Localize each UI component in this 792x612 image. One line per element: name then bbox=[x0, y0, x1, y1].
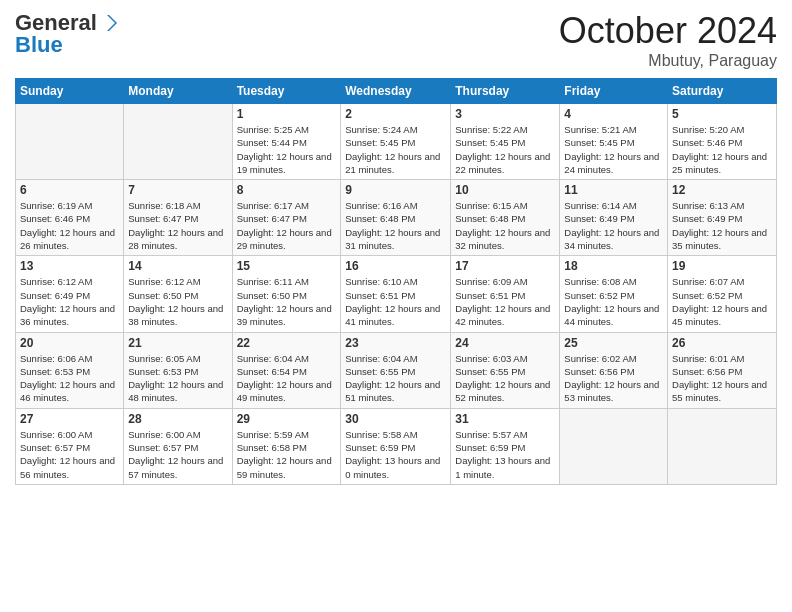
day-number-31: 31 bbox=[455, 412, 555, 426]
cell-w1-d2: 8Sunrise: 6:17 AM Sunset: 6:47 PM Daylig… bbox=[232, 180, 341, 256]
day-info-20: Sunrise: 6:06 AM Sunset: 6:53 PM Dayligh… bbox=[20, 352, 119, 405]
day-number-17: 17 bbox=[455, 259, 555, 273]
cell-w4-d5 bbox=[560, 408, 668, 484]
header-monday: Monday bbox=[124, 79, 232, 104]
weekday-header-row: Sunday Monday Tuesday Wednesday Thursday… bbox=[16, 79, 777, 104]
day-info-22: Sunrise: 6:04 AM Sunset: 6:54 PM Dayligh… bbox=[237, 352, 337, 405]
day-number-14: 14 bbox=[128, 259, 227, 273]
cell-w3-d6: 26Sunrise: 6:01 AM Sunset: 6:56 PM Dayli… bbox=[668, 332, 777, 408]
cell-w0-d2: 1Sunrise: 5:25 AM Sunset: 5:44 PM Daylig… bbox=[232, 104, 341, 180]
day-info-4: Sunrise: 5:21 AM Sunset: 5:45 PM Dayligh… bbox=[564, 123, 663, 176]
cell-w3-d1: 21Sunrise: 6:05 AM Sunset: 6:53 PM Dayli… bbox=[124, 332, 232, 408]
cell-w0-d4: 3Sunrise: 5:22 AM Sunset: 5:45 PM Daylig… bbox=[451, 104, 560, 180]
day-number-16: 16 bbox=[345, 259, 446, 273]
cell-w3-d5: 25Sunrise: 6:02 AM Sunset: 6:56 PM Dayli… bbox=[560, 332, 668, 408]
week-row-0: 1Sunrise: 5:25 AM Sunset: 5:44 PM Daylig… bbox=[16, 104, 777, 180]
day-info-13: Sunrise: 6:12 AM Sunset: 6:49 PM Dayligh… bbox=[20, 275, 119, 328]
day-number-27: 27 bbox=[20, 412, 119, 426]
cell-w1-d3: 9Sunrise: 6:16 AM Sunset: 6:48 PM Daylig… bbox=[341, 180, 451, 256]
day-info-29: Sunrise: 5:59 AM Sunset: 6:58 PM Dayligh… bbox=[237, 428, 337, 481]
day-number-15: 15 bbox=[237, 259, 337, 273]
day-info-8: Sunrise: 6:17 AM Sunset: 6:47 PM Dayligh… bbox=[237, 199, 337, 252]
title-block: October 2024 Mbutuy, Paraguay bbox=[559, 10, 777, 70]
cell-w4-d1: 28Sunrise: 6:00 AM Sunset: 6:57 PM Dayli… bbox=[124, 408, 232, 484]
day-number-12: 12 bbox=[672, 183, 772, 197]
day-number-13: 13 bbox=[20, 259, 119, 273]
day-info-17: Sunrise: 6:09 AM Sunset: 6:51 PM Dayligh… bbox=[455, 275, 555, 328]
header-wednesday: Wednesday bbox=[341, 79, 451, 104]
day-info-1: Sunrise: 5:25 AM Sunset: 5:44 PM Dayligh… bbox=[237, 123, 337, 176]
day-number-20: 20 bbox=[20, 336, 119, 350]
day-number-3: 3 bbox=[455, 107, 555, 121]
cell-w2-d2: 15Sunrise: 6:11 AM Sunset: 6:50 PM Dayli… bbox=[232, 256, 341, 332]
day-info-31: Sunrise: 5:57 AM Sunset: 6:59 PM Dayligh… bbox=[455, 428, 555, 481]
day-info-27: Sunrise: 6:00 AM Sunset: 6:57 PM Dayligh… bbox=[20, 428, 119, 481]
day-info-19: Sunrise: 6:07 AM Sunset: 6:52 PM Dayligh… bbox=[672, 275, 772, 328]
day-number-26: 26 bbox=[672, 336, 772, 350]
cell-w2-d1: 14Sunrise: 6:12 AM Sunset: 6:50 PM Dayli… bbox=[124, 256, 232, 332]
cell-w0-d3: 2Sunrise: 5:24 AM Sunset: 5:45 PM Daylig… bbox=[341, 104, 451, 180]
logo-blue-text: Blue bbox=[15, 32, 63, 58]
cell-w0-d6: 5Sunrise: 5:20 AM Sunset: 5:46 PM Daylig… bbox=[668, 104, 777, 180]
day-info-5: Sunrise: 5:20 AM Sunset: 5:46 PM Dayligh… bbox=[672, 123, 772, 176]
cell-w2-d5: 18Sunrise: 6:08 AM Sunset: 6:52 PM Dayli… bbox=[560, 256, 668, 332]
day-number-29: 29 bbox=[237, 412, 337, 426]
day-number-9: 9 bbox=[345, 183, 446, 197]
day-info-25: Sunrise: 6:02 AM Sunset: 6:56 PM Dayligh… bbox=[564, 352, 663, 405]
cell-w3-d3: 23Sunrise: 6:04 AM Sunset: 6:55 PM Dayli… bbox=[341, 332, 451, 408]
day-number-10: 10 bbox=[455, 183, 555, 197]
day-number-28: 28 bbox=[128, 412, 227, 426]
calendar-table: Sunday Monday Tuesday Wednesday Thursday… bbox=[15, 78, 777, 485]
week-row-2: 13Sunrise: 6:12 AM Sunset: 6:49 PM Dayli… bbox=[16, 256, 777, 332]
header-tuesday: Tuesday bbox=[232, 79, 341, 104]
day-info-2: Sunrise: 5:24 AM Sunset: 5:45 PM Dayligh… bbox=[345, 123, 446, 176]
day-info-3: Sunrise: 5:22 AM Sunset: 5:45 PM Dayligh… bbox=[455, 123, 555, 176]
calendar-body: 1Sunrise: 5:25 AM Sunset: 5:44 PM Daylig… bbox=[16, 104, 777, 485]
day-number-1: 1 bbox=[237, 107, 337, 121]
day-number-7: 7 bbox=[128, 183, 227, 197]
cell-w0-d5: 4Sunrise: 5:21 AM Sunset: 5:45 PM Daylig… bbox=[560, 104, 668, 180]
cell-w1-d5: 11Sunrise: 6:14 AM Sunset: 6:49 PM Dayli… bbox=[560, 180, 668, 256]
cell-w0-d1 bbox=[124, 104, 232, 180]
cell-w1-d6: 12Sunrise: 6:13 AM Sunset: 6:49 PM Dayli… bbox=[668, 180, 777, 256]
day-number-24: 24 bbox=[455, 336, 555, 350]
header: General Blue October 2024 Mbutuy, Paragu… bbox=[15, 10, 777, 70]
cell-w2-d3: 16Sunrise: 6:10 AM Sunset: 6:51 PM Dayli… bbox=[341, 256, 451, 332]
day-number-2: 2 bbox=[345, 107, 446, 121]
day-info-15: Sunrise: 6:11 AM Sunset: 6:50 PM Dayligh… bbox=[237, 275, 337, 328]
cell-w1-d0: 6Sunrise: 6:19 AM Sunset: 6:46 PM Daylig… bbox=[16, 180, 124, 256]
week-row-1: 6Sunrise: 6:19 AM Sunset: 6:46 PM Daylig… bbox=[16, 180, 777, 256]
day-number-18: 18 bbox=[564, 259, 663, 273]
day-info-26: Sunrise: 6:01 AM Sunset: 6:56 PM Dayligh… bbox=[672, 352, 772, 405]
day-info-16: Sunrise: 6:10 AM Sunset: 6:51 PM Dayligh… bbox=[345, 275, 446, 328]
day-number-19: 19 bbox=[672, 259, 772, 273]
day-info-21: Sunrise: 6:05 AM Sunset: 6:53 PM Dayligh… bbox=[128, 352, 227, 405]
day-number-22: 22 bbox=[237, 336, 337, 350]
day-info-30: Sunrise: 5:58 AM Sunset: 6:59 PM Dayligh… bbox=[345, 428, 446, 481]
cell-w0-d0 bbox=[16, 104, 124, 180]
cell-w2-d4: 17Sunrise: 6:09 AM Sunset: 6:51 PM Dayli… bbox=[451, 256, 560, 332]
header-friday: Friday bbox=[560, 79, 668, 104]
day-number-21: 21 bbox=[128, 336, 227, 350]
week-row-3: 20Sunrise: 6:06 AM Sunset: 6:53 PM Dayli… bbox=[16, 332, 777, 408]
header-saturday: Saturday bbox=[668, 79, 777, 104]
day-info-12: Sunrise: 6:13 AM Sunset: 6:49 PM Dayligh… bbox=[672, 199, 772, 252]
logo: General Blue bbox=[15, 10, 119, 58]
day-number-30: 30 bbox=[345, 412, 446, 426]
logo-icon bbox=[99, 13, 119, 33]
day-number-4: 4 bbox=[564, 107, 663, 121]
cell-w2-d0: 13Sunrise: 6:12 AM Sunset: 6:49 PM Dayli… bbox=[16, 256, 124, 332]
cell-w2-d6: 19Sunrise: 6:07 AM Sunset: 6:52 PM Dayli… bbox=[668, 256, 777, 332]
day-info-14: Sunrise: 6:12 AM Sunset: 6:50 PM Dayligh… bbox=[128, 275, 227, 328]
day-info-28: Sunrise: 6:00 AM Sunset: 6:57 PM Dayligh… bbox=[128, 428, 227, 481]
cell-w1-d1: 7Sunrise: 6:18 AM Sunset: 6:47 PM Daylig… bbox=[124, 180, 232, 256]
day-number-23: 23 bbox=[345, 336, 446, 350]
day-info-18: Sunrise: 6:08 AM Sunset: 6:52 PM Dayligh… bbox=[564, 275, 663, 328]
cell-w4-d2: 29Sunrise: 5:59 AM Sunset: 6:58 PM Dayli… bbox=[232, 408, 341, 484]
cell-w3-d4: 24Sunrise: 6:03 AM Sunset: 6:55 PM Dayli… bbox=[451, 332, 560, 408]
day-info-7: Sunrise: 6:18 AM Sunset: 6:47 PM Dayligh… bbox=[128, 199, 227, 252]
day-info-24: Sunrise: 6:03 AM Sunset: 6:55 PM Dayligh… bbox=[455, 352, 555, 405]
svg-marker-0 bbox=[107, 15, 117, 31]
cell-w1-d4: 10Sunrise: 6:15 AM Sunset: 6:48 PM Dayli… bbox=[451, 180, 560, 256]
cell-w3-d0: 20Sunrise: 6:06 AM Sunset: 6:53 PM Dayli… bbox=[16, 332, 124, 408]
